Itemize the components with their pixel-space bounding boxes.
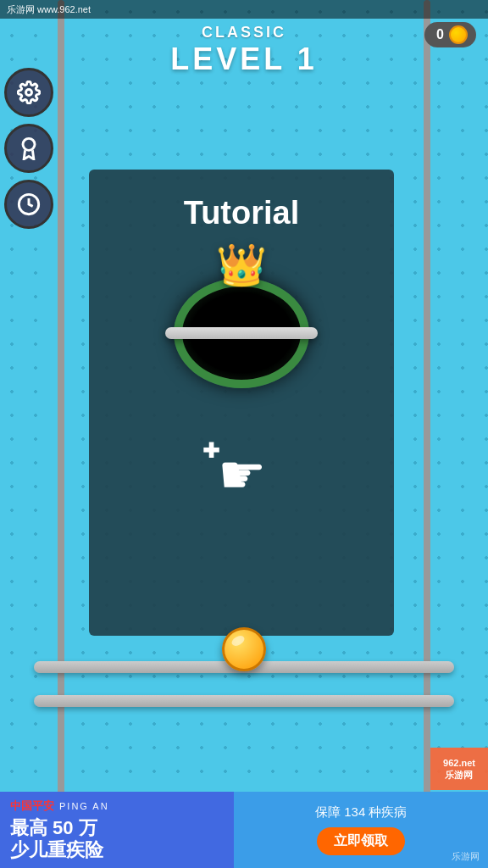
hole-bar [165,327,318,339]
ad-right-text: 保障 134 种疾病 [315,804,407,821]
ad-line2: 少儿重疾险 [10,839,224,861]
right-rail [424,0,430,868]
horizontal-rail-bottom [34,695,454,707]
header: CLASSIC LEVEL 1 [0,19,488,77]
hole [174,278,309,388]
tutorial-text: Tutorial [184,195,300,231]
ad-logo-text: 乐游网 [452,851,480,861]
ad-cta-button[interactable]: 立即领取 [317,827,405,855]
watermark-bar: 乐游网 www.962.net [0,0,488,19]
coin-count: 0 [436,27,444,42]
game-wm-text: 962.net乐游网 [443,757,475,782]
ad-main-text: 最高 50 万 少儿重疾险 [10,817,224,862]
sidebar [0,68,64,229]
timer-button[interactable] [4,180,53,229]
coin-icon [449,25,468,44]
tap-hint: ✚ ☛ [218,443,266,506]
watermark-left: 乐游网 www.962.net [7,3,91,16]
settings-icon [17,81,41,104]
ad-brand-en: PING AN [59,801,109,811]
game-watermark: 962.net乐游网 [430,748,488,790]
tap-plus: ✚ [202,439,219,463]
hole-container: 👑 [157,257,326,409]
ad-brand: 中国平安 PING AN [10,798,224,814]
coin-counter: 0 [424,22,476,47]
ad-left-section: 中国平安 PING AN 最高 50 万 少儿重疾险 [0,792,234,868]
level-label: LEVEL 1 [0,42,488,77]
timer-icon [17,192,41,216]
ball [222,627,266,671]
game-panel[interactable]: Tutorial 👑 ✚ ☛ [89,170,394,636]
ad-banner[interactable]: 中国平安 PING AN 最高 50 万 少儿重疾险 保障 134 种疾病 立即… [0,792,488,868]
achievements-icon [17,136,41,160]
ball-shine [230,634,247,648]
ad-brand-cn: 中国平安 [10,798,54,814]
ad-line1: 最高 50 万 [10,817,224,839]
settings-button[interactable] [4,68,53,117]
crown-icon: 👑 [216,242,267,289]
ad-logo: 乐游网 [452,848,480,863]
svg-point-0 [26,90,32,96]
mode-label: CLASSIC [0,24,488,42]
svg-point-1 [23,138,35,150]
hand-icon: ☛ [218,444,266,505]
achievements-button[interactable] [4,124,53,173]
ad-right-section[interactable]: 保障 134 种疾病 立即领取 乐游网 [234,792,488,868]
